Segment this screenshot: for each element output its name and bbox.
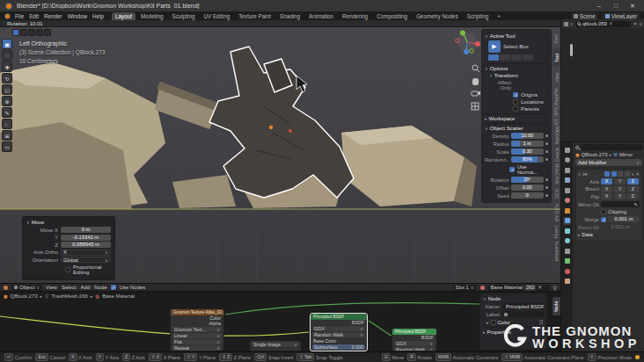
image-source-dropdown[interactable]: Single Image∨ [252,342,299,347]
scatter-slider[interactable]: 0 [511,192,544,199]
extension-dropdown[interactable]: Repeat∨ [172,345,222,351]
scatter-slider[interactable]: 29° [511,177,544,183]
select-mode-extra-icon[interactable] [44,29,51,36]
transform-section[interactable]: Transform [494,73,518,78]
scatter-slider[interactable]: 0.30 [511,148,544,155]
bsdf2-output-socket[interactable] [435,337,437,339]
toolbar-tool-icon[interactable]: ✎ [2,107,12,118]
close-button[interactable]: ✕ [626,3,639,10]
tab-render-icon[interactable] [563,156,571,164]
toolbar-tool-icon[interactable]: ◌ [2,50,12,61]
axis-y-button[interactable]: Y [614,178,626,185]
breadcrumb-object[interactable]: QBlock.273 [11,293,38,299]
npanel-tab[interactable]: Fluent [553,222,560,241]
subsurface-method2-dropdown[interactable]: Random Walk∨ [394,347,435,351]
npanel-tab[interactable]: KIT OPS [553,106,560,125]
active-tool-section[interactable]: Active Tool [490,33,516,39]
animate-dot-icon[interactable] [545,158,548,161]
toolbar-tool-icon[interactable]: ↻ [2,73,12,83]
workspace-tab[interactable]: UV Editing [200,12,233,20]
toolbar-tool-icon[interactable]: ⊕ [2,96,12,106]
extras-menu-icon[interactable]: ∨ [631,171,634,177]
node-section-title[interactable]: Node [488,296,501,301]
minimize-button[interactable]: – [593,3,605,9]
blender-menu-icon[interactable] [4,13,11,19]
scatter-slider[interactable]: 0.00 [511,185,544,191]
affect-checkbox[interactable] [513,92,518,98]
maximize-button[interactable]: □ [610,3,622,9]
workspace-section[interactable]: Workspace [489,116,516,121]
image-texture-node-title[interactable]: Gnomon Texture Atlas_02.png [171,309,223,315]
node-menu-item[interactable]: Add [81,285,91,290]
breadcrumb-material[interactable]: Base Material [102,293,135,299]
remove-modifier-icon[interactable]: ✕ [635,171,640,177]
breadcrumb-mesh[interactable]: TrashMesh.266 [51,293,87,299]
toolbar-tool-icon[interactable]: ▭ [2,141,12,152]
viewlayer-selector[interactable]: ViewLayer [603,12,640,19]
material-name-field[interactable]: Base Material 263 ✕ [488,285,550,291]
data-section[interactable]: Data [582,232,593,237]
workspace-tab[interactable]: Geometry Nodes [413,12,462,20]
clipping-checkbox[interactable] [601,209,606,214]
animate-dot-icon[interactable] [545,150,548,153]
tab-object-icon[interactable] [563,206,571,214]
slot-dropdown[interactable]: Slot 1∨ [453,285,477,291]
unlink-material-icon[interactable]: ✕ [538,285,542,291]
toolbar-tool-icon[interactable]: ✚ [2,62,12,72]
tool-mode-invert-icon[interactable] [523,54,533,61]
bsdf-output-socket[interactable] [366,322,368,324]
distribution2-dropdown[interactable]: GGX∨ [394,341,435,346]
select-mode-box-icon[interactable] [20,29,27,36]
interpolation-dropdown[interactable]: Linear∨ [172,333,222,338]
move-panel-title[interactable]: Move [32,220,45,225]
principled-node2-title[interactable]: Principled BSDF [392,329,436,335]
outliner[interactable]: ∨ qblock.059 ✕ ▼ ∨ [561,19,644,142]
node-label-field[interactable] [502,311,544,317]
node-canvas[interactable]: ◼ QBlock.273 ▸ ▽ TrashMesh.266 ▸ ◍ Base … [0,292,560,351]
move-field-value[interactable]: 0.088945 m [61,242,111,248]
npanel-tab[interactable]: HardOps [553,126,560,144]
npanel-tab[interactable]: View [553,68,560,86]
animate-dot-icon[interactable] [545,142,548,145]
workspace-tab[interactable]: Sculpting [169,12,199,20]
orientation-dropdown[interactable]: Global∨ [61,257,111,263]
npanel-tab[interactable]: BagaPie [553,87,560,105]
npanel-tab[interactable]: Tool [553,48,560,67]
animate-dot-icon[interactable] [545,186,548,189]
select-mode-circle-icon[interactable] [28,29,35,36]
tool-mode-extend-icon[interactable] [500,54,510,61]
use-normal-checkbox[interactable] [509,167,515,172]
tab-particles-icon[interactable] [563,227,571,235]
clear-search-icon[interactable]: ✕ [609,21,613,26]
subsurface-method-dropdown[interactable]: Random Walk∨ [312,332,365,337]
select-mode-tweak-icon[interactable] [12,29,19,36]
proportional-editing-checkbox[interactable] [65,267,70,272]
node-properties-section[interactable]: Properties [487,329,511,335]
menu-item[interactable]: Window [68,13,87,19]
outliner-display-mode-icon[interactable] [564,22,568,26]
bisect-distance-value[interactable]: 0.001 m [601,224,640,230]
tab-viewlayer-icon[interactable] [563,177,571,185]
merge-checkbox[interactable] [601,217,606,222]
workspace-tab[interactable]: Scripting [464,12,493,20]
breadcrumb-object-name[interactable]: QBlock.273 [582,152,608,157]
viewport-3d[interactable]: Options ∨ Left Orthographic (3) Scene Co… [0,27,560,283]
object-scatter-section[interactable]: Object Scatter [490,126,523,131]
tab-output-icon[interactable] [563,166,571,174]
cage-toggle-icon[interactable] [625,171,630,177]
axis-z-button[interactable]: Z [627,178,639,185]
shader-editor-type-icon[interactable] [4,286,8,290]
workspace-tab[interactable]: Animation [305,12,337,20]
alpha-output-socket[interactable] [223,322,224,325]
tab-physics-icon[interactable] [563,237,571,245]
animate-dot-icon[interactable] [545,178,548,181]
workspace-tab[interactable]: Compositing [373,12,411,20]
scene-selector[interactable]: Scene [571,12,598,19]
move-field-value[interactable]: -0.13342 m [61,235,111,241]
tab-world-icon[interactable] [563,197,571,205]
workspace-tab[interactable]: Rendering [339,12,371,20]
bisect-z-button[interactable]: Z [627,186,639,192]
workspace-tab[interactable]: + [494,12,504,20]
menu-item[interactable]: Edit [29,13,39,19]
image-source-node-partial[interactable]: Single Image∨ [249,340,302,351]
